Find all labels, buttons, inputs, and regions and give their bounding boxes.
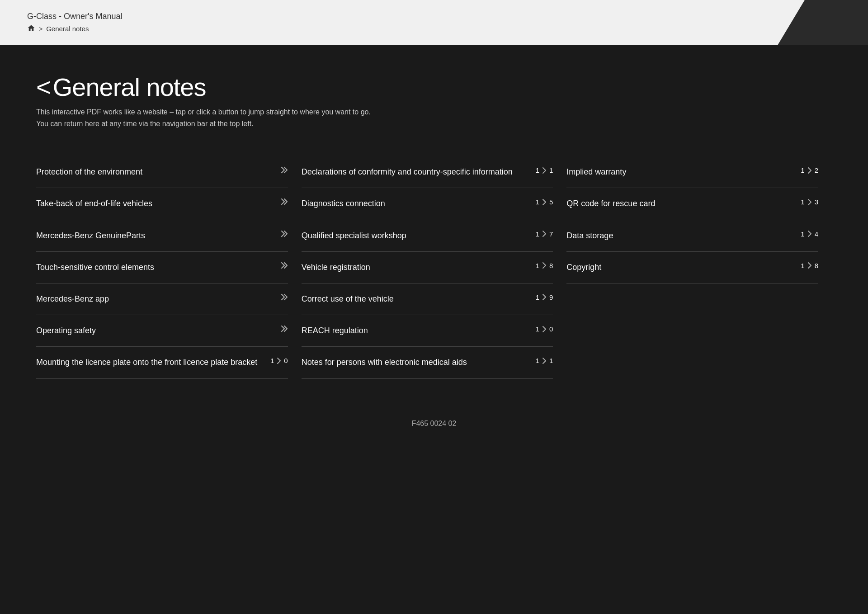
nav-item-touch-controls[interactable]: Touch-sensitive control elements [36, 252, 288, 283]
page-title: <General notes [36, 72, 832, 102]
footer: F465 0024 02 [0, 406, 868, 441]
nav-item-copyright[interactable]: Copyright 1 8 [566, 252, 818, 283]
breadcrumb-separator: > [39, 25, 42, 33]
nav-item-qr-rescue[interactable]: QR code for rescue card 1 3 [566, 188, 818, 220]
breadcrumb-current: General notes [46, 25, 89, 33]
manual-title: G-Class - Owner's Manual [27, 12, 123, 21]
svg-point-4 [826, 20, 829, 23]
nav-item-licence-plate[interactable]: Mounting the licence plate onto the fron… [36, 347, 288, 378]
page-title-container: <General notes This interactive PDF work… [36, 72, 832, 129]
nav-item-takeback[interactable]: Take-back of end-of-life vehicles [36, 188, 288, 220]
nav-item-protection[interactable]: Protection of the environment [36, 156, 288, 188]
back-arrow[interactable]: < [36, 73, 51, 101]
svg-marker-1 [825, 12, 830, 19]
home-icon[interactable] [27, 24, 35, 34]
nav-item-declarations[interactable]: Declarations of conformity and country-s… [302, 156, 553, 188]
nav-column-3: Implied warranty 1 2 QR code for rescue … [566, 156, 832, 378]
nav-grid: Protection of the environment Take-back … [36, 156, 832, 378]
nav-item-diagnostics[interactable]: Diagnostics connection 1 5 [302, 188, 553, 220]
nav-column-2: Declarations of conformity and country-s… [302, 156, 567, 378]
nav-item-electronic-aids[interactable]: Notes for persons with electronic medica… [302, 347, 553, 378]
nav-column-1: Protection of the environment Take-back … [36, 156, 302, 378]
nav-item-operating-safety[interactable]: Operating safety [36, 315, 288, 347]
header-right [787, 1, 868, 44]
svg-marker-2 [828, 21, 837, 28]
nav-item-genuine-parts[interactable]: Mercedes-Benz GenuineParts [36, 220, 288, 252]
breadcrumb: > General notes [27, 24, 123, 34]
header: G-Class - Owner's Manual > General notes [0, 0, 868, 45]
mercedes-logo [814, 8, 841, 35]
nav-item-reach[interactable]: REACH regulation 1 0 [302, 315, 553, 347]
nav-item-mb-app[interactable]: Mercedes-Benz app [36, 283, 288, 315]
nav-item-vehicle-registration[interactable]: Vehicle registration 1 8 [302, 252, 553, 283]
svg-point-0 [815, 9, 840, 34]
svg-marker-3 [818, 21, 826, 28]
page-description: This interactive PDF works like a websit… [36, 106, 832, 129]
nav-item-workshop[interactable]: Qualified specialist workshop 1 7 [302, 220, 553, 252]
main-content: <General notes This interactive PDF work… [0, 45, 868, 406]
footer-code: F465 0024 02 [412, 420, 457, 427]
nav-item-correct-use[interactable]: Correct use of the vehicle 1 9 [302, 283, 553, 315]
header-left: G-Class - Owner's Manual > General notes [0, 5, 150, 41]
nav-item-implied-warranty[interactable]: Implied warranty 1 2 [566, 156, 818, 188]
nav-item-data-storage[interactable]: Data storage 1 4 [566, 220, 818, 252]
